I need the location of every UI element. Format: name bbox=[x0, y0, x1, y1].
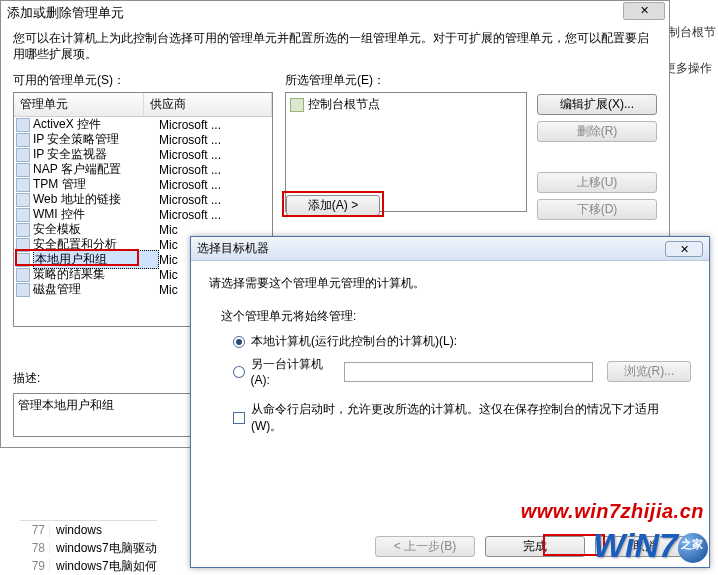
snapin-vendor: Mic bbox=[159, 223, 270, 237]
move-up-button[interactable]: 上移(U) bbox=[537, 172, 657, 193]
snapin-row[interactable]: IP 安全监视器Microsoft ... bbox=[14, 147, 272, 162]
remote-computer-input[interactable] bbox=[344, 362, 593, 382]
snapin-vendor: Microsoft ... bbox=[159, 208, 270, 222]
snapin-row[interactable]: NAP 客户端配置Microsoft ... bbox=[14, 162, 272, 177]
snapin-row[interactable]: IP 安全策略管理Microsoft ... bbox=[14, 132, 272, 147]
snapin-icon bbox=[16, 163, 30, 177]
available-snapins-label: 可用的管理单元(S)： bbox=[13, 72, 273, 89]
dialog-title: 添加或删除管理单元 bbox=[1, 1, 669, 23]
snapin-icon bbox=[16, 193, 30, 207]
snapin-vendor: Microsoft ... bbox=[159, 193, 270, 207]
snapin-vendor: Microsoft ... bbox=[159, 163, 270, 177]
site-logo: WiN7 bbox=[593, 526, 708, 565]
radio-icon bbox=[233, 366, 245, 378]
radio-local-label: 本地计算机(运行此控制台的计算机)(L): bbox=[251, 333, 457, 350]
snapin-icon bbox=[16, 223, 30, 237]
back-button[interactable]: < 上一步(B) bbox=[375, 536, 475, 557]
snapin-icon bbox=[16, 268, 30, 282]
snapin-row[interactable]: Web 地址的链接Microsoft ... bbox=[14, 192, 272, 207]
radio-another-computer[interactable]: 另一台计算机(A): 浏览(R)... bbox=[233, 356, 691, 387]
tree-root-label: 控制台根节点 bbox=[308, 96, 380, 113]
remove-button[interactable]: 删除(R) bbox=[537, 121, 657, 142]
column-header-vendor[interactable]: 供应商 bbox=[144, 93, 272, 116]
background-rows: 77windows 78windows7电脑驱动 79windows7电脑如何 bbox=[20, 520, 157, 575]
checkbox-icon bbox=[233, 412, 245, 424]
group-label: 这个管理单元将始终管理: bbox=[221, 308, 691, 325]
add-button[interactable]: 添加(A) > bbox=[286, 195, 380, 216]
snapin-icon bbox=[16, 238, 30, 252]
allow-change-label: 从命令行启动时，允许更改所选的计算机。这仅在保存控制台的情况下才适用(W)。 bbox=[251, 401, 681, 435]
tree-root-node[interactable]: 控制台根节点 bbox=[288, 95, 524, 114]
snapin-icon bbox=[16, 118, 30, 132]
edit-extensions-button[interactable]: 编辑扩展(X)... bbox=[537, 94, 657, 115]
background-fragment: 更多操作 bbox=[664, 60, 712, 77]
dialog2-prompt: 请选择需要这个管理单元管理的计算机。 bbox=[209, 275, 691, 292]
snapin-vendor: Microsoft ... bbox=[159, 118, 270, 132]
snapin-icon bbox=[16, 178, 30, 192]
finish-button[interactable]: 完成 bbox=[485, 536, 585, 557]
description-label: 描述: bbox=[13, 370, 40, 387]
dialog-description: 您可以在计算机上为此控制台选择可用的管理单元并配置所选的一组管理单元。对于可扩展… bbox=[13, 31, 657, 62]
snapin-row[interactable]: 安全模板Mic bbox=[14, 222, 272, 237]
snapin-icon bbox=[16, 133, 30, 147]
radio-icon bbox=[233, 336, 245, 348]
snapin-row[interactable]: TPM 管理Microsoft ... bbox=[14, 177, 272, 192]
browse-button[interactable]: 浏览(R)... bbox=[607, 361, 691, 382]
close-icon[interactable]: ✕ bbox=[665, 241, 703, 257]
snapin-vendor: Microsoft ... bbox=[159, 178, 270, 192]
folder-icon bbox=[290, 98, 304, 112]
radio-remote-label: 另一台计算机(A): bbox=[251, 356, 338, 387]
snapin-icon bbox=[16, 283, 30, 297]
snapin-row[interactable]: ActiveX 控件Microsoft ... bbox=[14, 117, 272, 132]
snapin-vendor: Microsoft ... bbox=[159, 133, 270, 147]
close-icon[interactable]: ✕ bbox=[623, 2, 665, 20]
snapin-row[interactable]: WMI 控件Microsoft ... bbox=[14, 207, 272, 222]
allow-change-checkbox-row[interactable]: 从命令行启动时，允许更改所选的计算机。这仅在保存控制台的情况下才适用(W)。 bbox=[233, 401, 691, 435]
snapin-icon bbox=[16, 208, 30, 222]
dialog2-title: 选择目标机器 bbox=[197, 240, 269, 257]
watermark-url: www.win7zhijia.cn bbox=[521, 500, 704, 523]
snapin-icon bbox=[16, 148, 30, 162]
snapin-name: 磁盘管理 bbox=[33, 281, 159, 298]
snapin-vendor: Microsoft ... bbox=[159, 148, 270, 162]
selected-snapins-label: 所选管理单元(E)： bbox=[285, 72, 657, 89]
radio-local-computer[interactable]: 本地计算机(运行此控制台的计算机)(L): bbox=[233, 333, 691, 350]
snapin-icon bbox=[16, 253, 30, 267]
background-fragment: 制台根节 bbox=[668, 24, 716, 41]
move-down-button[interactable]: 下移(D) bbox=[537, 199, 657, 220]
column-header-snapin[interactable]: 管理单元 bbox=[14, 93, 144, 116]
